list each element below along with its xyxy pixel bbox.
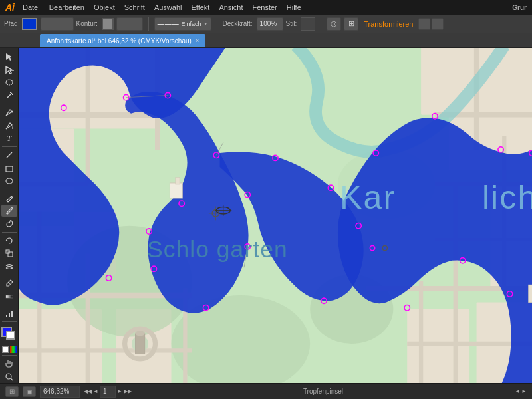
zoom-tool[interactable] (1, 370, 17, 382)
svg-line-8 (11, 196, 13, 198)
tool-sep-3 (2, 190, 17, 190)
opacity-value[interactable]: 100% (257, 17, 283, 31)
artboard-icon[interactable]: ⊞ (5, 386, 19, 397)
menu-datei[interactable]: Datei (23, 3, 40, 11)
menu-schrift[interactable]: Schrift (124, 3, 145, 11)
stil-label: Stil: (286, 20, 297, 27)
magic-wand-tool[interactable] (1, 89, 17, 101)
screen-mode-icon[interactable]: ▣ (23, 386, 36, 397)
svg-point-95 (135, 331, 145, 336)
align-btn2[interactable] (432, 18, 444, 30)
page-prev-btn[interactable]: ◄ (93, 388, 98, 394)
page-next-btn[interactable]: ► (117, 388, 122, 394)
title-bar: Ai Datei Bearbeiten Objekt Schrift Auswa… (0, 0, 532, 15)
direct-select-tool[interactable] (1, 63, 17, 75)
canvas-content: Schlo garten Kar lich (19, 48, 532, 383)
svg-rect-17 (11, 311, 13, 317)
color-mode-icons (2, 346, 17, 353)
appearance-btn[interactable]: ◎ (327, 17, 341, 31)
svg-rect-31 (407, 309, 469, 383)
style-icon[interactable] (301, 17, 315, 31)
align-icons (418, 18, 444, 30)
svg-line-5 (7, 152, 12, 158)
workspace-label: Grur (512, 4, 527, 11)
opacity-label: Deckkraft: (223, 20, 253, 27)
tab-close-btn[interactable]: × (196, 37, 199, 44)
tool-sep-5 (2, 275, 17, 275)
menu-ansicht[interactable]: Ansicht (219, 3, 243, 11)
grid-btn[interactable]: ⊞ (344, 17, 358, 31)
media-next-btn[interactable]: ► (521, 388, 527, 394)
svg-text:Schlo  garten: Schlo garten (147, 236, 288, 263)
pen-tool[interactable] (1, 106, 17, 118)
rotate-tool[interactable] (1, 235, 17, 247)
svg-point-9 (6, 213, 8, 215)
line-tool[interactable] (1, 149, 17, 161)
app-logo: Ai (5, 2, 15, 13)
page-last-btn[interactable]: ▶▶ (124, 388, 132, 394)
svg-marker-10 (5, 239, 8, 241)
align-btn1[interactable] (418, 18, 430, 30)
page-nav: ◀◀ ◄ 1 ► ▶▶ (84, 386, 132, 398)
svg-text:+: + (11, 125, 14, 130)
transform-link[interactable]: Transformieren (364, 20, 413, 28)
svg-rect-15 (6, 315, 7, 317)
none-color[interactable] (2, 346, 9, 353)
menu-effekt[interactable]: Effekt (191, 3, 209, 11)
fill-dropdown[interactable] (41, 17, 74, 31)
menu-hilfe[interactable]: Hilfe (287, 3, 301, 11)
graph-tool[interactable] (1, 307, 17, 319)
menu-fenster[interactable]: Fenster (252, 3, 277, 11)
map-svg: Schlo garten Kar lich (19, 48, 532, 383)
status-bar: ⊞ ▣ 646,32% ◀◀ ◄ 1 ► ▶▶ Tropfenpinsel ◄ … (0, 383, 532, 399)
scale-tool[interactable] (1, 247, 17, 259)
svg-rect-94 (135, 333, 145, 354)
type-tool[interactable]: T (1, 132, 17, 144)
menu-bar: Datei Bearbeiten Objekt Schrift Auswahl … (23, 3, 301, 11)
stroke-color-box[interactable] (102, 18, 114, 30)
stroke-width-box[interactable] (116, 17, 143, 31)
stroke-style-box[interactable]: ─── Einfach ▼ (154, 17, 211, 31)
svg-line-19 (11, 378, 13, 380)
page-first-btn[interactable]: ◀◀ (84, 388, 92, 394)
document-tab[interactable]: Anfahrtskarte.ai* bei 646,32 % (CMYK/Vor… (40, 34, 205, 47)
svg-line-13 (9, 283, 11, 285)
brush-name-display: Tropfenpinsel (136, 388, 511, 395)
media-nav: ◄ ► (515, 388, 527, 394)
svg-rect-93 (176, 178, 180, 184)
color-swatches (1, 327, 17, 353)
swatch-container (1, 327, 17, 342)
warp-tool[interactable] (1, 261, 17, 273)
sep3 (321, 17, 321, 31)
media-prev-btn[interactable]: ◄ (515, 388, 520, 394)
path-label: Pfad (4, 20, 18, 27)
control-bar: Pfad Kontur: ─── Einfach ▼ Deckkraft: 10… (0, 15, 532, 33)
title-right: Grur (512, 4, 527, 11)
add-anchor-tool[interactable]: + (1, 119, 17, 131)
svg-rect-96 (529, 285, 532, 302)
select-tool[interactable] (1, 51, 17, 63)
tool-sep-7 (2, 321, 17, 322)
ellipse-tool[interactable] (1, 175, 17, 187)
svg-text:lich: lich (482, 179, 532, 216)
zoom-display[interactable]: 646,32% (40, 386, 80, 398)
svg-point-7 (6, 178, 13, 184)
paintbrush-tool[interactable] (1, 205, 17, 217)
eyedropper-tool[interactable] (1, 277, 17, 289)
blob-brush-tool[interactable] (1, 217, 17, 229)
lasso-tool[interactable] (1, 76, 17, 88)
canvas-area[interactable]: Schlo garten Kar lich (19, 48, 532, 383)
menu-auswahl[interactable]: Auswahl (154, 3, 182, 11)
hand-tool[interactable] (1, 358, 17, 370)
background-color[interactable] (6, 331, 15, 340)
menu-bearbeiten[interactable]: Bearbeiten (49, 3, 84, 11)
page-number[interactable]: 1 (100, 386, 116, 398)
gradient-color[interactable] (10, 346, 17, 353)
menu-objekt[interactable]: Objekt (94, 3, 115, 11)
tool-sep-1 (2, 104, 17, 104)
fill-color-box[interactable] (22, 18, 37, 30)
pencil-tool[interactable] (1, 192, 17, 203)
main-layout: + T (0, 48, 532, 383)
rect-tool[interactable] (1, 162, 17, 174)
gradient-tool[interactable] (1, 290, 17, 302)
